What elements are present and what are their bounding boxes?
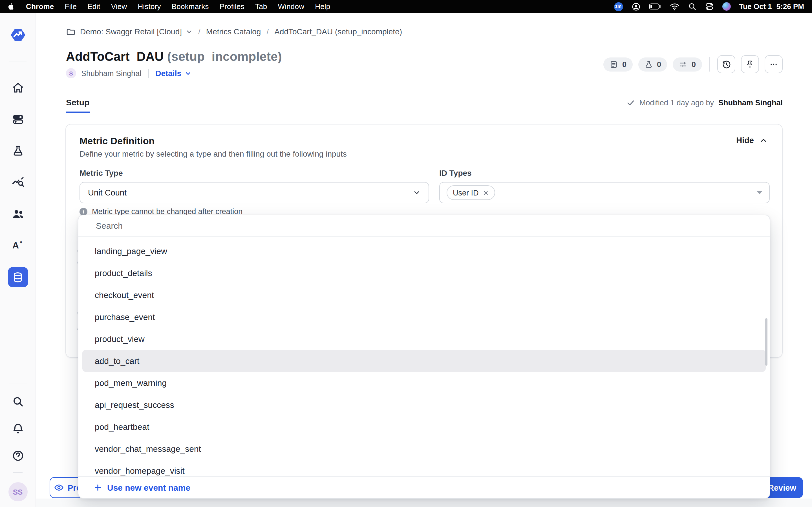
menubar-item-view[interactable]: View [111, 2, 127, 11]
menubar-item-help[interactable]: Help [315, 2, 330, 11]
macos-menubar: Chrome File Edit View History Bookmarks … [0, 0, 812, 13]
wifi-icon[interactable] [670, 3, 679, 10]
sidebar-item-sources[interactable] [11, 113, 24, 126]
dropdown-scrollbar[interactable] [765, 318, 767, 365]
card-title: Metric Definition [80, 136, 154, 147]
history-icon [721, 59, 731, 69]
menubar-item-bookmarks[interactable]: Bookmarks [172, 2, 209, 11]
tab-setup[interactable]: Setup [66, 98, 89, 113]
chevron-down-icon[interactable] [185, 28, 193, 35]
info-icon: i [80, 208, 87, 216]
owner-avatar: S [66, 68, 76, 78]
plus-icon [94, 483, 102, 492]
details-toggle[interactable]: Details [155, 69, 192, 78]
sidebar-item-metrics-explorer[interactable] [11, 176, 24, 189]
pin-button[interactable] [741, 55, 759, 73]
notes-count-badge[interactable]: 0 [604, 57, 633, 71]
menubar-item-tab[interactable]: Tab [255, 2, 267, 11]
modified-author: Shubham Singhal [718, 99, 783, 107]
menubar-clock[interactable]: Tue Oct 15:26 PM [739, 2, 804, 11]
metric-type-select[interactable]: Unit Count [80, 182, 429, 203]
battery-icon[interactable] [649, 2, 661, 11]
event-option[interactable]: pod_heartbeat [79, 416, 770, 438]
zoom-app-icon[interactable]: zm [614, 2, 623, 11]
event-option[interactable]: pod_mem_warning [79, 372, 770, 394]
event-option[interactable]: product_view [79, 328, 770, 350]
apple-menu-icon[interactable] [7, 2, 15, 11]
sidebar-item-ai[interactable]: A✦ [12, 241, 23, 250]
footer-band [36, 499, 812, 507]
sidebar-divider [13, 472, 22, 473]
id-type-tag: User ID [447, 185, 495, 200]
card-subtitle: Define your metric by selecting a type a… [80, 149, 347, 158]
sidebar-item-catalog-active[interactable] [8, 267, 28, 287]
breadcrumb: Demo: Swaggr Retail [Cloud] / Metrics Ca… [66, 26, 402, 37]
event-option[interactable]: purchase_event [79, 306, 770, 328]
spotlight-search-icon[interactable] [688, 2, 696, 11]
breadcrumb-separator: / [266, 27, 269, 36]
event-option[interactable]: product_details [79, 262, 770, 284]
page-title: AddToCart_DAU (setup_incomplete) [66, 50, 282, 64]
breadcrumb-section[interactable]: Metrics Catalog [206, 27, 261, 36]
flask-icon [645, 60, 653, 68]
main-content: Demo: Swaggr Retail [Cloud] / Metrics Ca… [36, 13, 812, 507]
siri-icon[interactable] [722, 2, 730, 11]
event-search-input[interactable] [95, 220, 753, 231]
divider [148, 69, 149, 78]
id-types-label: ID Types [439, 168, 472, 177]
caret-down-icon [757, 191, 762, 194]
breadcrumb-page: AddToCart_DAU (setup_incomplete) [274, 27, 402, 36]
sidebar-item-home[interactable] [11, 82, 24, 94]
filters-count-badge[interactable]: 0 [673, 57, 702, 71]
event-option[interactable]: checkout_event [79, 284, 770, 306]
menubar-item-history[interactable]: History [138, 2, 161, 11]
menubar-app-name[interactable]: Chrome [26, 2, 54, 11]
menubar-item-window[interactable]: Window [278, 2, 304, 11]
chevron-down-icon [413, 189, 421, 196]
check-icon [626, 99, 635, 107]
sliders-icon [679, 60, 688, 68]
page-title-status: (setup_incomplete) [167, 50, 282, 64]
pin-icon [746, 60, 755, 69]
id-types-input[interactable]: User ID [439, 182, 770, 203]
app-logo[interactable] [10, 29, 26, 41]
remove-tag-icon[interactable] [483, 189, 489, 196]
breadcrumb-separator: / [198, 27, 200, 36]
event-options-list: landing_page_view product_details checko… [79, 237, 770, 477]
event-name-dropdown: landing_page_view product_details checko… [78, 215, 770, 499]
folder-icon [66, 27, 75, 36]
event-option-highlighted[interactable]: add_to_cart [82, 350, 766, 372]
event-option[interactable]: vendor_chat_message_sent [79, 438, 770, 460]
control-center-icon[interactable] [705, 2, 714, 11]
experiments-count-badge[interactable]: 0 [638, 57, 667, 71]
event-option[interactable]: api_request_success [79, 394, 770, 416]
sidebar-notifications-icon[interactable] [11, 422, 24, 435]
history-button[interactable] [717, 55, 735, 73]
menubar-item-edit[interactable]: Edit [87, 2, 100, 11]
user-account-icon[interactable] [631, 2, 640, 11]
menubar-item-profiles[interactable]: Profiles [220, 2, 245, 11]
sidebar-item-teams[interactable] [11, 208, 24, 221]
dropdown-search-row [79, 215, 770, 237]
hide-section-toggle[interactable]: Hide [736, 136, 767, 145]
menubar-item-file[interactable]: File [64, 2, 77, 11]
sidebar-help-icon[interactable] [11, 450, 24, 462]
metric-type-label: Metric Type [80, 168, 123, 177]
breadcrumb-workspace[interactable]: Demo: Swaggr Retail [Cloud] [80, 27, 182, 36]
owner-row: S Shubham Singhal Details [66, 68, 192, 79]
app-sidebar: A✦ SS [0, 13, 36, 507]
owner-name: Shubham Singhal [81, 69, 141, 77]
more-options-button[interactable] [765, 55, 783, 73]
user-avatar[interactable]: SS [8, 482, 28, 501]
sidebar-divider [9, 61, 27, 61]
sidebar-divider [9, 384, 27, 384]
screen: Chrome File Edit View History Bookmarks … [0, 0, 812, 507]
header-actions: 0 0 0 [604, 55, 783, 73]
chevron-up-icon [760, 136, 767, 144]
eye-icon [54, 483, 64, 492]
event-option[interactable]: vendor_homepage_visit [79, 460, 770, 477]
sidebar-item-experiments[interactable] [11, 145, 24, 157]
event-option[interactable]: landing_page_view [79, 240, 770, 262]
sidebar-search-icon[interactable] [11, 395, 24, 408]
use-new-event-name-action[interactable]: Use new event name [79, 476, 770, 498]
